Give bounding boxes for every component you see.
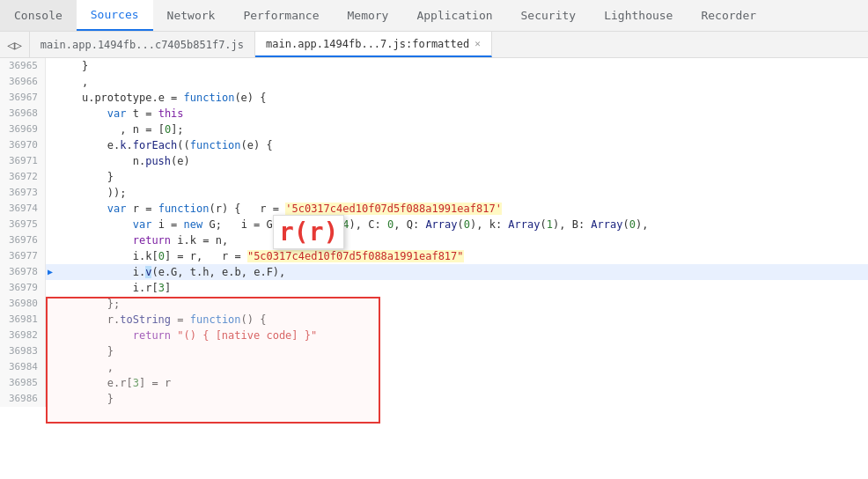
file-tab-formatted[interactable]: main.app.1494fb...7.js:formatted ✕	[255, 32, 492, 57]
code-line-36979: 36979 i.r[3]	[0, 280, 868, 296]
tab-recorder[interactable]: Recorder	[687, 0, 770, 31]
code-line-36980: 36980 };	[0, 296, 868, 312]
tab-memory[interactable]: Memory	[333, 0, 402, 31]
code-line-36974: 36974 var r = function(r) { r = '5c0317c…	[0, 201, 868, 217]
code-line-36965: 36965 }	[0, 58, 868, 74]
code-line-36976: 36976 return i.k = n,	[0, 232, 868, 248]
file-tab-minified[interactable]: main.app.1494fb...c7405b851f7.js	[30, 32, 255, 57]
code-line-36975: 36975 var i = new G; i = G {r: Array(4),…	[0, 217, 868, 232]
code-line-36972: 36972 }	[0, 169, 868, 185]
code-line-36977: 36977 i.k[0] = r, r = "5c0317c4ed10f07d5…	[0, 248, 868, 264]
code-line-36982: 36982 return "() { [native code] }"	[0, 328, 868, 343]
code-line-36986: 36986 }	[0, 391, 868, 407]
code-line-36967: 36967 u.prototype.e = function(e) {	[0, 90, 868, 106]
hover-tooltip: r(r)	[273, 215, 344, 249]
code-line-36981: 36981 r.toString = function() {	[0, 312, 868, 328]
close-tab-icon[interactable]: ✕	[474, 38, 481, 49]
tab-performance[interactable]: Performance	[229, 0, 333, 31]
file-tab-nav[interactable]: ◁▷	[0, 32, 30, 57]
code-line-36984: 36984 ,	[0, 359, 868, 375]
tab-network[interactable]: Network	[153, 0, 230, 31]
devtools-tab-bar: Console Sources Network Performance Memo…	[0, 0, 868, 32]
code-line-36968: 36968 var t = this	[0, 106, 868, 122]
code-line-36966: 36966 ,	[0, 74, 868, 90]
code-line-36973: 36973 ));	[0, 185, 868, 201]
code-editor[interactable]: r(r) 36965 } 36966 , 36967 u.prototype.e…	[0, 58, 868, 479]
file-tab-bar: ◁▷ main.app.1494fb...c7405b851f7.js main…	[0, 32, 868, 58]
code-line-36978: 36978 i.v(e.G, t.h, e.b, e.F),	[0, 264, 868, 280]
code-line-36970: 36970 e.k.forEach((function(e) {	[0, 137, 868, 153]
tab-security[interactable]: Security	[507, 0, 591, 31]
tab-sources[interactable]: Sources	[77, 0, 153, 31]
code-line-36971: 36971 n.push(e)	[0, 153, 868, 169]
tab-console[interactable]: Console	[0, 0, 77, 31]
code-line-36985: 36985 e.r[3] = r	[0, 375, 868, 391]
nav-arrows-icon: ◁▷	[7, 38, 22, 52]
code-line-36983: 36983 }	[0, 343, 868, 359]
code-line-36969: 36969 , n = [0];	[0, 122, 868, 137]
tab-application[interactable]: Application	[402, 0, 506, 31]
tab-lighthouse[interactable]: Lighthouse	[590, 0, 687, 31]
